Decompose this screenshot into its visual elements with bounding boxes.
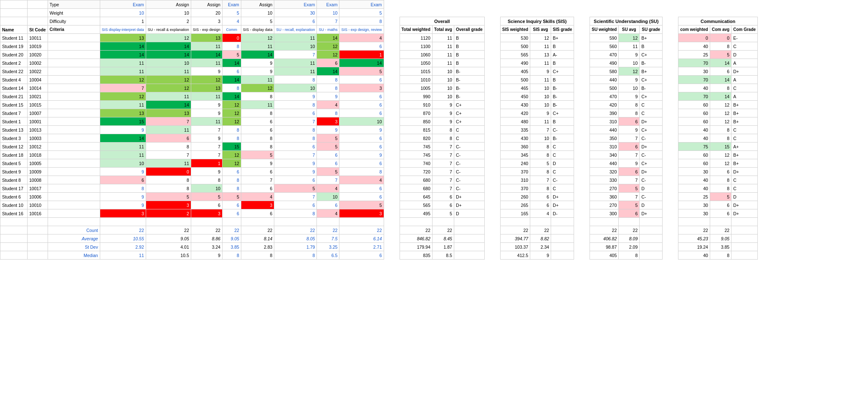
sis-avg: 12 xyxy=(530,34,551,42)
table-row: Student 4100041212121411886101010B-50011… xyxy=(0,76,758,84)
stats-tw: 835 xyxy=(400,251,432,260)
sis-avg: 6 xyxy=(530,193,551,201)
score-cell: 6 xyxy=(339,92,384,101)
score-cell: 9 xyxy=(339,151,384,159)
com-weighted: 30 xyxy=(678,67,710,76)
sis-grade: B xyxy=(551,117,574,126)
su-grade: C xyxy=(640,101,663,109)
score-cell: 6 xyxy=(241,117,274,126)
score-cell: 8 xyxy=(222,42,241,51)
su-weighted: 420 xyxy=(590,101,619,109)
su-grade: D xyxy=(640,184,663,193)
student-criteria xyxy=(48,201,100,209)
score-cell: 13 xyxy=(191,84,222,92)
overall-grade: D+ xyxy=(454,201,484,209)
difficulty-row: Difficulty 1 2 3 4 5 6 7 8 Overall Scien… xyxy=(0,17,758,25)
diff-3: 3 xyxy=(191,17,222,25)
score-cell: 6 xyxy=(146,134,191,143)
total-avg: 7 xyxy=(432,151,454,159)
sis-weighted: 370 xyxy=(500,184,530,193)
score-cell: 11 xyxy=(100,59,146,67)
overall-grade: B- xyxy=(454,92,484,101)
assess-header-8: SIS - exp design, review xyxy=(339,25,384,34)
stats-coma: 3.85 xyxy=(710,243,731,251)
student-code: 10021 xyxy=(28,92,48,101)
sis-grade: C- xyxy=(551,176,574,184)
sis-weighted-header: SIS weighted xyxy=(500,25,530,34)
table-row: Student 181001811771257697457C-3458C3407… xyxy=(0,151,758,159)
stats-coma: 8 xyxy=(710,251,731,260)
stats-suw: 406.82 xyxy=(590,234,619,243)
sis-weighted: 490 xyxy=(500,59,530,67)
com-weighted: 40 xyxy=(678,184,710,193)
su-weighted: 390 xyxy=(590,109,619,117)
su-weighted: 310 xyxy=(590,143,619,151)
score-cell: 10 xyxy=(274,84,317,92)
stats-value: 4.01 xyxy=(146,243,191,251)
stats-sisa: 9 xyxy=(530,251,551,260)
student-code: 10005 xyxy=(28,159,48,168)
stats-value: 22 xyxy=(274,226,317,234)
overall-grade: C+ xyxy=(454,109,484,117)
com-grade: A xyxy=(731,92,758,101)
su-avg: 7 xyxy=(619,193,640,201)
diff-7: 7 xyxy=(317,17,339,25)
com-section-header: Communication xyxy=(678,17,758,25)
score-cell: 11 xyxy=(191,92,222,101)
score-cell: 9 xyxy=(274,168,317,176)
score-cell: 8 xyxy=(146,143,191,151)
score-cell: 11 xyxy=(241,42,274,51)
weight-1: 10 xyxy=(100,9,146,17)
total-avg: 10 xyxy=(432,76,454,84)
score-cell: 8 xyxy=(274,134,317,143)
stats-ta: 8.45 xyxy=(432,234,454,243)
score-cell: 4 xyxy=(339,176,384,184)
assess-header-5: SIS - display data xyxy=(241,25,274,34)
score-cell: 12 xyxy=(222,151,241,159)
overall-grade: B- xyxy=(454,76,484,84)
com-grade: D+ xyxy=(731,67,758,76)
overall-grade: D xyxy=(454,209,484,218)
score-cell: 12 xyxy=(100,92,146,101)
student-code: 10016 xyxy=(28,209,48,218)
sis-weighted: 335 xyxy=(500,126,530,134)
diff-2: 2 xyxy=(146,17,191,25)
score-cell: 5 xyxy=(339,201,384,209)
com-grade: A xyxy=(731,59,758,67)
score-cell: 8 xyxy=(317,84,339,92)
com-grade: C xyxy=(731,184,758,193)
total-avg: 7 xyxy=(432,176,454,184)
stats-tw: 22 xyxy=(400,226,432,234)
score-cell: 8 xyxy=(274,126,317,134)
com-weighted: 40 xyxy=(678,134,710,143)
stats-row: Average10.559.058.869.058.148.057.56.148… xyxy=(0,234,758,243)
empty-cell xyxy=(28,17,48,25)
sis-weighted: 420 xyxy=(500,109,530,117)
score-cell: 10 xyxy=(317,193,339,201)
overall-grade: B xyxy=(454,34,484,42)
sis-weighted: 480 xyxy=(500,117,530,126)
com-avg: 5 xyxy=(710,51,731,59)
table-row: Student 15100151114912118469109C+43010B-… xyxy=(0,101,758,109)
type-exam-3: Exam xyxy=(274,0,317,9)
su-weighted: 330 xyxy=(590,176,619,184)
student-code: 10009 xyxy=(28,168,48,176)
su-avg: 5 xyxy=(619,184,640,193)
student-code: 10014 xyxy=(28,84,48,92)
score-cell: 11 xyxy=(241,76,274,84)
stats-value: 9.05 xyxy=(222,234,241,243)
score-cell: 6 xyxy=(241,126,274,134)
sis-grade: B+ xyxy=(551,34,574,42)
table-row: Student 211002112111114899699010B-45010B… xyxy=(0,92,758,101)
score-cell: 7 xyxy=(146,117,191,126)
com-avg: 12 xyxy=(710,117,731,126)
score-cell: 6 xyxy=(100,176,146,184)
su-grade: C- xyxy=(640,134,663,143)
student-name: Student 18 xyxy=(0,151,28,159)
type-label: Type xyxy=(48,0,100,9)
student-code: 10019 xyxy=(28,42,48,51)
sis-section-header: Science Inquiry Skills (SIS) xyxy=(500,17,574,25)
su-weighted: 470 xyxy=(590,92,619,101)
sis-grade: A- xyxy=(551,51,574,59)
su-avg: 12 xyxy=(619,34,640,42)
